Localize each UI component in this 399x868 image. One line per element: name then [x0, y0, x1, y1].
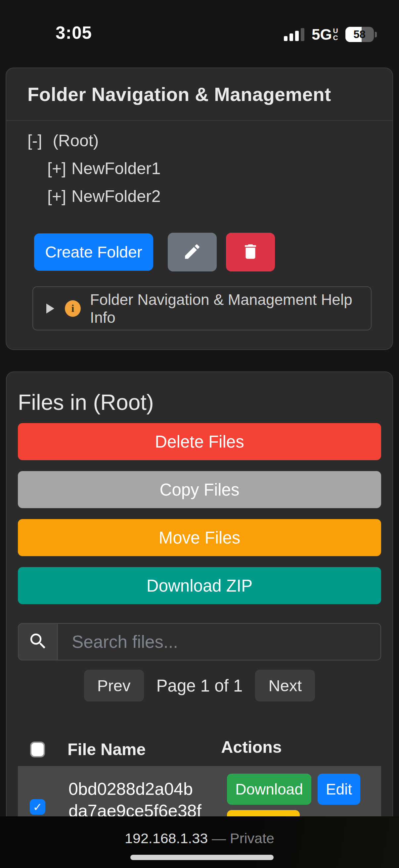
copy-files-button[interactable]: Copy Files	[18, 471, 381, 508]
privacy-label: Private	[230, 830, 274, 846]
tree-item-newfolder1[interactable]: [+] NewFolder1	[47, 155, 392, 182]
help-disclosure[interactable]: i Folder Navigation & Management Help In…	[32, 286, 371, 330]
create-folder-button[interactable]: Create Folder	[34, 234, 153, 271]
file-table-header: File Name Actions	[18, 733, 381, 766]
tree-toggle-expand-icon[interactable]: [+]	[47, 187, 66, 206]
tree-item-label[interactable]: (Root)	[53, 131, 99, 150]
files-card: Files in (Root) Delete Files Copy Files …	[6, 371, 393, 841]
download-file-button[interactable]: Download	[227, 774, 311, 805]
browser-bottom-bar: 192.168.1.33 — Private	[0, 816, 399, 868]
url-separator: —	[208, 830, 230, 846]
move-files-button[interactable]: Move Files	[18, 519, 381, 556]
network-subtype-label: U C	[333, 27, 338, 41]
edit-file-button[interactable]: Edit	[318, 774, 360, 805]
column-header-actions: Actions	[221, 738, 281, 757]
pencil-icon	[182, 242, 202, 262]
page-indicator: Page 1 of 1	[157, 676, 243, 695]
info-icon: i	[65, 300, 81, 317]
battery-icon: 58	[345, 27, 377, 42]
status-icons: 5G U C 58	[284, 25, 377, 44]
url-text: 192.168.1.33	[125, 830, 208, 846]
tree-item-newfolder2[interactable]: [+] NewFolder2	[47, 182, 392, 210]
network-type-label: 5G	[312, 26, 332, 43]
tree-toggle-collapse-icon[interactable]: [-]	[28, 131, 42, 150]
help-summary-label[interactable]: Folder Navigation & Management Help Info	[90, 291, 371, 327]
disclosure-triangle-icon[interactable]	[46, 304, 54, 313]
folder-card-title: Folder Navigation & Management	[28, 84, 331, 105]
status-time: 3:05	[56, 23, 92, 43]
prev-page-button[interactable]: Prev	[84, 670, 144, 702]
tree-item-root[interactable]: [-] (Root)	[28, 127, 392, 155]
search-button[interactable]	[18, 623, 58, 660]
folder-management-card: Folder Navigation & Management [-] (Root…	[6, 67, 393, 350]
network-type-indicator: 5G U C	[312, 26, 338, 43]
download-zip-button[interactable]: Download ZIP	[18, 567, 381, 604]
folder-card-header: Folder Navigation & Management	[6, 68, 392, 121]
tree-item-label[interactable]: NewFolder2	[71, 187, 161, 206]
cellular-signal-icon	[284, 28, 304, 41]
row-checkbox-checked[interactable]: ✓	[30, 799, 45, 815]
home-indicator[interactable]	[130, 855, 274, 860]
tree-item-label[interactable]: NewFolder1	[71, 159, 161, 178]
search-input[interactable]	[58, 623, 381, 660]
files-card-title: Files in (Root)	[18, 386, 381, 418]
file-name-cell: 0bd0288d2a04b da7ae9ce5f6e38f	[68, 778, 201, 822]
battery-percent: 58	[345, 27, 374, 42]
delete-files-button[interactable]: Delete Files	[18, 423, 381, 460]
trash-icon	[241, 242, 260, 262]
rename-folder-button[interactable]	[168, 233, 217, 272]
search-icon	[28, 631, 48, 653]
delete-folder-button[interactable]	[226, 233, 275, 272]
select-all-checkbox[interactable]	[30, 742, 45, 757]
address-bar[interactable]: 192.168.1.33 — Private	[0, 830, 399, 846]
next-page-button[interactable]: Next	[255, 670, 315, 702]
battery-nub	[375, 32, 377, 37]
iphone-screen: 3:05 5G U C 58 Folder Navigation & Manag…	[0, 0, 399, 868]
column-header-file-name: File Name	[67, 740, 145, 759]
tree-toggle-expand-icon[interactable]: [+]	[47, 159, 66, 178]
